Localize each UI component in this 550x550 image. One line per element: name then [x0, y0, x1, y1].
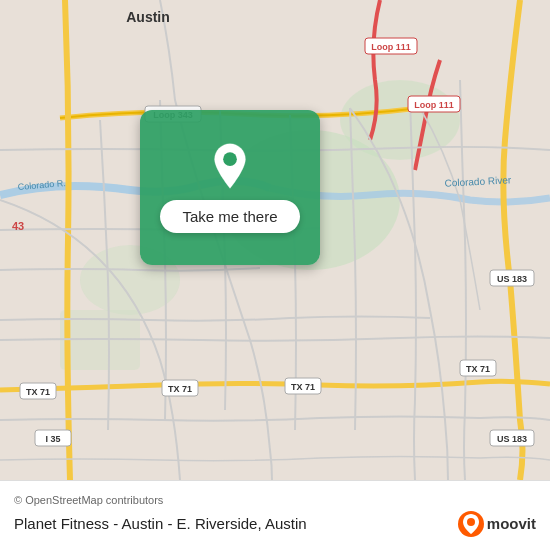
svg-text:US 183: US 183 — [497, 434, 527, 444]
moovit-pin-icon — [457, 510, 485, 538]
moovit-logo: moovit — [457, 510, 536, 538]
svg-text:TX 71: TX 71 — [26, 387, 50, 397]
map-container: TX 71 TX 71 TX 71 I 35 US 183 US 183 TX … — [0, 0, 550, 480]
bottom-bar: © OpenStreetMap contributors Planet Fitn… — [0, 480, 550, 550]
svg-text:Loop 111: Loop 111 — [371, 42, 411, 52]
svg-text:Austin: Austin — [126, 9, 170, 25]
svg-text:TX 71: TX 71 — [291, 382, 315, 392]
svg-text:TX 71: TX 71 — [466, 364, 490, 374]
svg-text:43: 43 — [12, 220, 24, 232]
location-name: Planet Fitness - Austin - E. Riverside, … — [14, 515, 307, 532]
take-me-there-button[interactable]: Take me there — [160, 200, 299, 233]
svg-text:US 183: US 183 — [497, 274, 527, 284]
location-pin-icon — [206, 142, 254, 190]
svg-text:TX 71: TX 71 — [168, 384, 192, 394]
osm-credit: © OpenStreetMap contributors — [14, 494, 536, 506]
moovit-text: moovit — [487, 515, 536, 532]
svg-text:Loop 111: Loop 111 — [414, 100, 454, 110]
svg-text:I 35: I 35 — [45, 434, 60, 444]
location-card: Take me there — [140, 110, 320, 265]
svg-point-31 — [467, 518, 475, 526]
svg-point-29 — [223, 152, 237, 166]
location-name-row: Planet Fitness - Austin - E. Riverside, … — [14, 510, 536, 538]
